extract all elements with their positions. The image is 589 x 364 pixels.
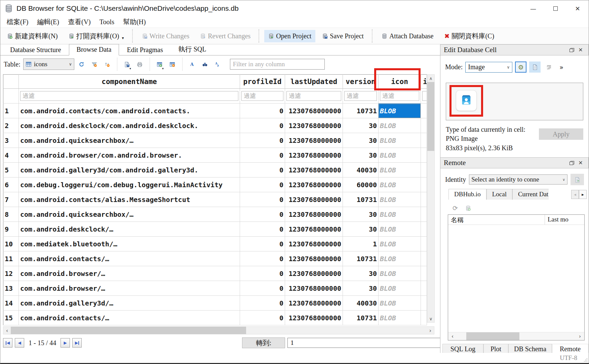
print-button[interactable] [134, 58, 145, 70]
row-number[interactable]: 2 [3, 118, 19, 133]
resize-grip-icon[interactable] [584, 358, 588, 362]
cell-profileId[interactable]: 0 [240, 251, 285, 266]
cell-version[interactable]: 40030 [343, 163, 379, 177]
filter-input-extra[interactable] [422, 91, 427, 101]
revert-changes-button[interactable]: Revert Changes [196, 30, 254, 42]
cell-version[interactable]: 30 [343, 281, 379, 296]
cell-componentName[interactable]: com.android.contacts/com.android.contact… [19, 104, 240, 118]
cell-version[interactable]: 30 [343, 118, 379, 133]
remote-clone-database-button[interactable] [465, 205, 471, 211]
filter-input-profileId[interactable] [241, 91, 283, 101]
cell-lastUpdated[interactable]: 1230768000000 [285, 311, 343, 325]
cell-icon[interactable]: BLOB [379, 251, 421, 266]
row-number[interactable]: 7 [3, 192, 19, 207]
column-header-version[interactable]: version [343, 75, 379, 89]
cell-extra[interactable] [421, 118, 427, 133]
tab-edit-pragmas[interactable]: Edit Pragmas [119, 44, 170, 55]
tab-scroll-left-button[interactable]: ◂ [571, 190, 579, 199]
remote-horizontal-scrollbar[interactable]: ‹ › [448, 332, 584, 340]
cell-componentName[interactable]: com.android.gallery3d/… [19, 296, 240, 311]
cell-version[interactable]: 10731 [343, 104, 379, 118]
tab-scroll-right-button[interactable]: ▸ [579, 190, 587, 199]
horizontal-scrollbar[interactable]: ‹ › [3, 326, 434, 334]
remote-list-body[interactable] [448, 225, 584, 332]
mode-select[interactable]: Image ∨ [465, 62, 512, 73]
text-view-button[interactable] [529, 62, 541, 73]
apply-button[interactable]: Apply [539, 128, 583, 140]
row-number[interactable]: 10 [3, 237, 19, 251]
row-number[interactable]: 13 [3, 281, 19, 296]
cell-icon[interactable]: BLOB [379, 177, 421, 192]
filter-input-componentName[interactable] [20, 91, 238, 101]
cell-version[interactable]: 30 [343, 133, 379, 148]
find-button[interactable] [200, 58, 210, 70]
cell-icon[interactable]: BLOB [379, 237, 421, 251]
row-number[interactable]: 5 [3, 163, 19, 177]
cell-componentName[interactable]: com.android.contacts/… [19, 251, 240, 266]
cell-componentName[interactable]: com.android.browser/com.android.browser. [19, 148, 240, 163]
cell-lastUpdated[interactable]: 1230768000000 [285, 251, 343, 266]
float-panel-button[interactable] [567, 158, 576, 168]
cell-version[interactable]: 30 [343, 207, 379, 222]
cell-profileId[interactable]: 0 [240, 207, 285, 222]
cell-extra[interactable] [421, 296, 427, 311]
word-wrap-button[interactable] [543, 62, 555, 73]
tab-browse-data[interactable]: Browse Data [69, 44, 119, 55]
cell-componentName[interactable]: com.android.deskclock/com.android.deskcl… [19, 118, 240, 133]
cell-componentName[interactable]: com.debug.loggerui/com.debug.loggerui.Ma… [19, 177, 240, 192]
cell-componentName[interactable]: com.android.quicksearchbox/… [19, 207, 240, 222]
row-number[interactable]: 9 [3, 222, 19, 237]
close-panel-button[interactable]: ✕ [576, 45, 585, 55]
menu-view[interactable]: 查看(V) [64, 17, 95, 27]
row-number[interactable]: 6 [3, 177, 19, 192]
tab-database-structure[interactable]: Database Structure [2, 44, 69, 55]
first-record-button[interactable]: ◀ [3, 338, 12, 348]
cell-componentName[interactable]: com.android.contacts/… [19, 311, 240, 325]
remote-tab-dbhub[interactable]: DBHub.io [448, 189, 486, 200]
cell-lastUpdated[interactable]: 1230768000000 [285, 192, 343, 207]
cell-extra[interactable] [421, 163, 427, 177]
column-header-icon[interactable]: icon [379, 75, 421, 89]
close-button[interactable]: ✕ [566, 0, 589, 16]
cell-extra[interactable] [421, 177, 427, 192]
cell-version[interactable]: 10731 [343, 192, 379, 207]
cell-profileId[interactable]: 0 [240, 118, 285, 133]
remote-scrollbar-thumb[interactable] [466, 332, 519, 340]
cell-extra[interactable] [421, 281, 427, 296]
cell-componentName[interactable]: com.android.quicksearchbox/… [19, 133, 240, 148]
column-header-lastUpdated[interactable]: lastUpdated [285, 75, 343, 89]
cell-icon[interactable]: BLOB [379, 163, 421, 177]
new-database-button[interactable]: 新建資料庫(N) [3, 29, 62, 43]
cell-profileId[interactable]: 0 [240, 222, 285, 237]
cell-icon[interactable]: BLOB [379, 207, 421, 222]
insert-record-dropdown-icon[interactable]: ▾ [162, 67, 164, 70]
insert-record-button[interactable]: ▾ [154, 58, 165, 70]
cell-componentName[interactable]: com.android.contacts/alias.MessageShortc… [19, 192, 240, 207]
cell-icon[interactable]: BLOB [379, 281, 421, 296]
row-number[interactable]: 15 [3, 311, 19, 325]
cell-version[interactable]: 30 [343, 266, 379, 281]
open-database-dropdown-icon[interactable]: ▾ [122, 36, 124, 41]
cell-extra[interactable] [421, 148, 427, 163]
cell-version[interactable]: 30 [343, 222, 379, 237]
row-number[interactable]: 8 [3, 207, 19, 222]
cell-lastUpdated[interactable]: 1230768000000 [285, 296, 343, 311]
delete-record-button[interactable] [167, 58, 178, 70]
menu-file[interactable]: 檔案(F) [2, 17, 33, 27]
cell-componentName[interactable]: com.android.deskclock/… [19, 222, 240, 237]
scroll-right-icon[interactable]: › [576, 333, 584, 339]
cell-extra[interactable] [421, 266, 427, 281]
import-data-button[interactable]: ⚙ [515, 62, 526, 73]
cell-lastUpdated[interactable]: 1230768000000 [285, 207, 343, 222]
cell-profileId[interactable]: 0 [240, 266, 285, 281]
cell-componentName[interactable]: com.android.browser/… [19, 266, 240, 281]
clear-sorting-button[interactable] [102, 58, 113, 70]
column-header-componentName[interactable]: componentName [19, 75, 240, 89]
close-database-button[interactable]: ✖ 關閉資料庫(C) [440, 29, 498, 43]
row-number[interactable]: 14 [3, 296, 19, 311]
menu-edit[interactable]: 編輯(E) [33, 17, 64, 27]
cell-version[interactable]: 1 [343, 237, 379, 251]
filter-input-icon[interactable] [380, 91, 419, 101]
cell-icon[interactable]: BLOB [379, 148, 421, 163]
cell-componentName[interactable]: com.mediatek.bluetooth/… [19, 237, 240, 251]
